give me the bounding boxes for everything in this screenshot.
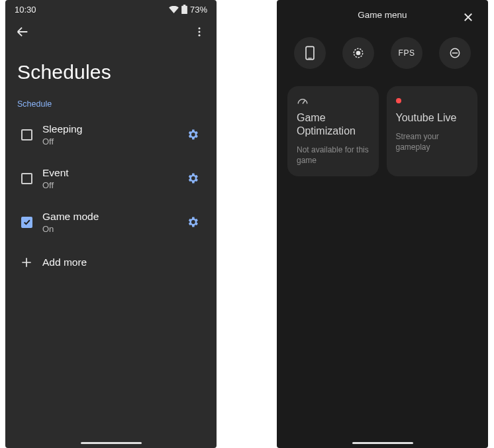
status-right: 73% [169, 5, 207, 15]
card-subtitle: Stream your gameplay [396, 131, 469, 152]
settings-button[interactable] [186, 215, 199, 229]
quick-actions: FPS [277, 29, 488, 74]
schedule-item[interactable]: Event Off [5, 156, 217, 200]
fps-button[interactable]: FPS [391, 37, 422, 69]
overflow-icon [193, 26, 205, 38]
checkbox[interactable] [11, 173, 42, 184]
svg-rect-3 [306, 46, 314, 59]
schedule-state: Off [42, 180, 174, 190]
dnd-icon [448, 46, 462, 60]
battery-icon [181, 5, 187, 14]
add-more-button[interactable]: Add more [5, 244, 217, 281]
screenshot-button[interactable] [294, 37, 326, 69]
page-title: Schedules [5, 45, 217, 95]
schedule-item[interactable]: Sleeping Off [5, 113, 217, 156]
schedule-name: Event [42, 167, 174, 179]
record-button[interactable] [342, 37, 374, 69]
card-title: Youtube Live [396, 111, 469, 125]
fps-label: FPS [399, 48, 415, 58]
checkbox[interactable] [11, 129, 42, 140]
cards-row: Game Optimization Not available for this… [277, 74, 488, 176]
svg-point-0 [199, 27, 201, 29]
back-icon [15, 25, 30, 39]
add-more-label: Add more [42, 256, 87, 268]
gear-icon [186, 128, 199, 141]
svg-point-6 [356, 51, 361, 56]
status-battery: 73% [190, 5, 207, 15]
back-button[interactable] [9, 19, 36, 45]
status-time: 10:30 [15, 5, 36, 15]
settings-button[interactable] [186, 128, 199, 141]
schedule-labels: Game mode On [42, 211, 174, 234]
svg-point-1 [199, 31, 201, 33]
status-bar: 10:30 73% [5, 0, 217, 19]
gear-icon [186, 215, 199, 229]
card-title: Game Optimization [297, 111, 370, 138]
wifi-icon [169, 6, 179, 13]
gear-icon [186, 172, 199, 185]
game-menu-title: Game menu [358, 10, 407, 20]
close-icon [462, 11, 474, 23]
schedule-labels: Sleeping Off [42, 123, 174, 146]
nav-handle[interactable] [81, 442, 142, 444]
game-menu-header: Game menu [277, 0, 488, 29]
youtube-live-card[interactable]: Youtube Live Stream your gameplay [387, 86, 478, 176]
overflow-button[interactable] [186, 19, 213, 45]
gauge-icon [297, 96, 309, 105]
record-icon [352, 46, 365, 60]
schedule-labels: Event Off [42, 167, 174, 190]
schedule-item[interactable]: Game mode On [5, 200, 217, 244]
card-subtitle: Not available for this game [297, 144, 370, 166]
check-icon [23, 218, 31, 227]
dnd-button[interactable] [439, 37, 471, 69]
live-icon [396, 98, 401, 103]
schedule-name: Game mode [42, 211, 174, 223]
screenshot-icon [305, 46, 315, 60]
schedule-name: Sleeping [42, 123, 174, 135]
close-button[interactable] [455, 4, 481, 30]
plus-icon [20, 256, 33, 269]
game-menu-screen: Game menu FPS Game O [277, 0, 488, 448]
settings-button[interactable] [186, 172, 199, 185]
nav-handle[interactable] [352, 442, 413, 444]
svg-rect-4 [308, 58, 312, 58]
app-bar [5, 19, 217, 45]
schedule-state: On [42, 224, 174, 234]
svg-point-2 [199, 34, 201, 36]
section-header: Schedule [5, 95, 217, 113]
game-optimization-card[interactable]: Game Optimization Not available for this… [287, 86, 379, 176]
schedule-state: Off [42, 137, 174, 146]
checkbox[interactable] [11, 217, 42, 228]
schedules-screen: 10:30 73% Schedules Schedule Sleeping Of… [5, 0, 217, 448]
